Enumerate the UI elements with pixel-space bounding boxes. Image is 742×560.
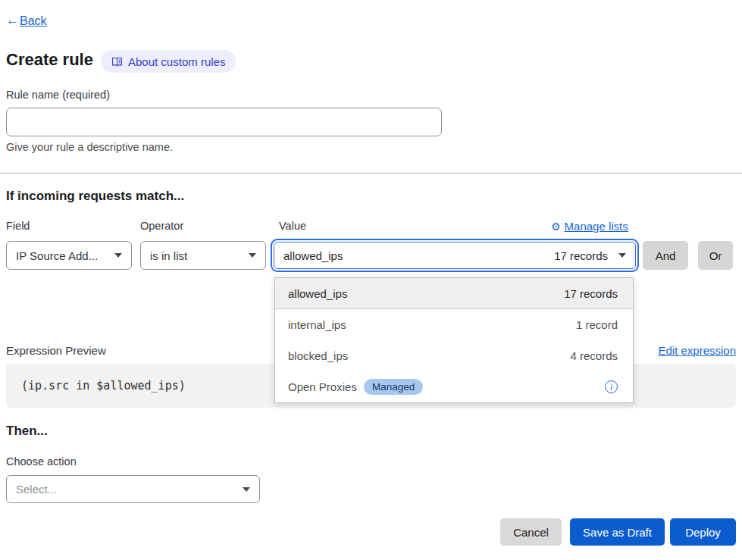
list-item-meta: 4 records [570,349,618,362]
chevron-down-icon [618,253,626,258]
value-label: Value [279,220,306,232]
field-select-value: IP Source Add... [16,249,98,262]
list-item-open-proxies[interactable]: Open Proxies Managed i [275,371,633,402]
field-label: Field [6,220,30,232]
list-item-name: allowed_ips [288,287,347,300]
operator-select[interactable]: is in list [140,241,266,270]
value-select-focus-ring: allowed_ips 17 records [271,239,639,272]
deploy-button[interactable]: Deploy [670,518,736,546]
gear-icon: ⚙ [551,221,561,233]
about-custom-rules-label: About custom rules [128,55,225,68]
value-select[interactable]: allowed_ips 17 records [274,242,636,269]
operator-select-value: is in list [150,249,187,262]
back-arrow-icon: ← [6,13,19,28]
list-item-allowed-ips[interactable]: allowed_ips 17 records [275,278,633,309]
list-dropdown-menu: allowed_ips 17 records internal_ips 1 re… [274,277,634,403]
chevron-down-icon [114,253,122,258]
list-item-name: Open Proxies [288,380,357,393]
about-custom-rules-link[interactable]: About custom rules [101,50,236,73]
rule-name-input[interactable] [6,108,442,136]
page-title: Create rule [6,50,93,70]
chevron-down-icon [243,487,250,492]
match-section-heading: If incoming requests match... [6,189,184,204]
value-select-records: 17 records [554,249,608,262]
section-divider [0,173,742,174]
info-icon[interactable]: i [605,380,618,393]
rule-name-helper: Give your rule a descriptive name. [6,141,173,153]
expression-preview-label: Expression Preview [6,344,106,357]
operator-label: Operator [140,220,183,232]
list-item-meta: 1 record [576,318,618,331]
manage-lists-link[interactable]: ⚙ Manage lists [551,220,628,233]
list-item-internal-ips[interactable]: internal_ips 1 record [275,309,633,340]
list-item-meta: 17 records [564,287,618,300]
edit-expression-link[interactable]: Edit expression [658,344,736,357]
back-link-label: Back [20,14,47,28]
list-item-name: internal_ips [288,318,346,331]
expression-code: (ip.src in $allowed_ips) [21,379,186,393]
chevron-down-icon [249,253,256,258]
back-link[interactable]: ← Back [6,13,47,28]
then-section-heading: Then... [6,424,48,439]
action-select-placeholder: Select... [16,483,57,496]
book-icon [111,56,123,67]
and-button[interactable]: And [643,241,688,270]
value-select-selected: allowed_ips [283,249,343,262]
cancel-button[interactable]: Cancel [500,518,562,546]
managed-badge: Managed [364,379,423,395]
or-button[interactable]: Or [698,241,733,270]
save-as-draft-button[interactable]: Save as Draft [570,518,665,546]
list-item-name: blocked_ips [288,349,348,362]
choose-action-label: Choose action [6,455,77,468]
create-rule-page: ← Back Create rule About custom rules Ru… [0,0,742,560]
field-select[interactable]: IP Source Add... [6,241,132,270]
rule-name-label: Rule name (required) [6,89,110,101]
action-select[interactable]: Select... [6,475,260,503]
list-item-blocked-ips[interactable]: blocked_ips 4 records [275,340,633,371]
manage-lists-label: Manage lists [565,220,628,233]
